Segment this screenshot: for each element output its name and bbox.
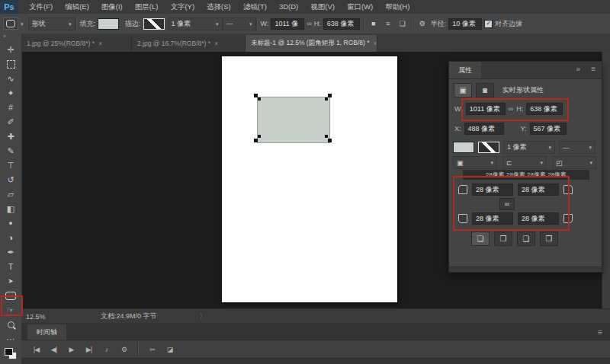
exclude-shape-button[interactable]: ❒ [540, 231, 558, 246]
y-field[interactable]: 567 像素 [530, 123, 567, 135]
artboard-page[interactable] [222, 56, 397, 302]
path-alignment-button[interactable]: ≡ [382, 18, 394, 29]
menu-item-edit[interactable]: 编辑(E) [59, 0, 95, 14]
toolbar-collapse-icon[interactable]: » [0, 34, 6, 43]
menu-item-3d[interactable]: 3D(D) [273, 0, 304, 14]
menu-item-window[interactable]: 窗口(W) [341, 0, 379, 14]
history-brush-tool[interactable]: ↺ [0, 173, 21, 187]
status-arrow-icon[interactable]: 〉 [200, 311, 207, 321]
path-arrangement-button[interactable]: ❏ [396, 18, 409, 29]
transition-button[interactable]: ◪ [161, 343, 178, 356]
path-selection-tool[interactable]: ➤ [0, 274, 21, 289]
shape-handle-bl[interactable] [254, 139, 258, 142]
lasso-tool[interactable]: ∿ [0, 72, 21, 86]
intersect-shape-button[interactable]: ❑ [517, 231, 535, 246]
panel-menu-icon[interactable]: ≡ [591, 65, 596, 73]
more-tools[interactable]: ⋯ [0, 332, 21, 346]
timeline-settings-icon[interactable]: ⚙ [115, 343, 133, 356]
panel-stroke-width-dropdown[interactable]: 1 像素 ▾ [503, 141, 555, 154]
stroke-swatch[interactable] [143, 18, 165, 30]
first-frame-button[interactable]: |◀ [27, 343, 45, 356]
menu-item-select[interactable]: 选择(S) [201, 0, 237, 14]
link-dimensions-icon[interactable]: ∞ [509, 105, 513, 113]
timeline-menu-icon[interactable]: ≡ [598, 324, 602, 340]
shape-handle-br[interactable] [328, 139, 332, 142]
fill-swatch[interactable] [98, 18, 119, 30]
subtract-shape-button[interactable]: ❐ [494, 231, 512, 246]
pen-tool[interactable]: ✒ [0, 245, 21, 260]
menu-item-view[interactable]: 视图(V) [304, 0, 341, 14]
brush-tool[interactable]: ✎ [0, 144, 21, 158]
stroke-style-dropdown[interactable]: — ▾ [223, 18, 256, 30]
dodge-tool[interactable]: ◑ [0, 231, 21, 245]
radius-field[interactable]: 10 像素 [448, 18, 482, 30]
timeline-tab[interactable]: 时间轴 [27, 324, 66, 340]
stroke-align-dropdown[interactable]: ▣ ▾ [453, 156, 497, 169]
move-tool[interactable]: ✛ [0, 43, 21, 57]
shape-mode-dropdown[interactable]: 形状 ▾ [28, 18, 75, 30]
previous-frame-button[interactable]: ◀| [45, 343, 63, 356]
stroke-caps-dropdown[interactable]: ⊏ ▾ [502, 156, 547, 169]
document-tab-2[interactable]: 2.jpg @ 16.7%(RGB/8*) * × [132, 35, 246, 52]
play-button[interactable]: ▶ [63, 343, 80, 356]
crop-tool[interactable]: # [0, 101, 21, 115]
panel-fill-swatch[interactable] [453, 142, 474, 153]
width-field[interactable]: 1011 像 [271, 18, 304, 30]
radius-bottom-left-field[interactable]: 28 像素 [472, 212, 513, 225]
menu-item-type[interactable]: 文字(Y) [164, 0, 201, 14]
rounded-rectangle-tool[interactable] [0, 289, 21, 303]
corner-bottom-right-icon[interactable] [563, 214, 573, 223]
h-field[interactable]: 638 像素 [526, 103, 563, 115]
stroke-corners-dropdown[interactable]: ◰ ▾ [552, 156, 596, 169]
close-icon[interactable]: × [214, 40, 218, 47]
zoom-level[interactable]: 12.5% [26, 313, 70, 321]
panel-stroke-style-dropdown[interactable]: — ▾ [559, 141, 596, 154]
shape-handle-bl2[interactable] [258, 135, 261, 138]
shape-handle-tr[interactable] [328, 94, 332, 97]
menu-item-filter[interactable]: 滤镜(T) [237, 0, 273, 14]
menu-item-help[interactable]: 帮助(H) [379, 0, 416, 14]
corner-top-right-icon[interactable] [563, 185, 573, 194]
blur-tool[interactable]: ● [0, 216, 21, 231]
close-icon[interactable]: × [98, 40, 102, 47]
clone-stamp-tool[interactable]: ⊤ [0, 158, 21, 173]
radius-top-right-field[interactable]: 28 像素 [518, 184, 559, 196]
document-tab-1[interactable]: 1.jpg @ 25%(RGB/8*) * × [21, 35, 132, 52]
shape-properties-button[interactable]: ▣ [454, 83, 472, 97]
gradient-tool[interactable]: ◧ [0, 202, 21, 216]
audio-toggle-button[interactable]: ♪ [98, 343, 115, 356]
corner-bottom-left-icon[interactable] [458, 214, 467, 223]
eyedropper-tool[interactable]: ✐ [0, 115, 21, 129]
rounded-rectangle-shape[interactable] [257, 97, 330, 143]
stroke-width-dropdown[interactable]: 1 像素 ▾ [168, 18, 223, 30]
properties-tab[interactable]: 属性 [449, 62, 481, 78]
combine-shapes-button[interactable]: ❏ [471, 231, 490, 246]
corner-top-left-icon[interactable] [458, 185, 467, 194]
menu-item-image[interactable]: 图像(I) [95, 0, 129, 14]
panel-collapse-icon[interactable]: » [576, 65, 580, 73]
shape-handle-br2[interactable] [325, 135, 328, 138]
radius-top-left-field[interactable]: 28 像素 [472, 184, 513, 196]
color-swatches[interactable] [5, 348, 17, 359]
healing-brush-tool[interactable]: ✚ [0, 129, 21, 144]
menu-item-file[interactable]: 文件(F) [23, 0, 59, 14]
next-frame-button[interactable]: ▶| [80, 343, 98, 356]
zoom-tool[interactable] [0, 318, 21, 332]
hand-tool[interactable]: ☞ [0, 303, 21, 318]
panel-stroke-swatch[interactable] [478, 142, 499, 153]
height-field[interactable]: 638 像素 [323, 18, 360, 30]
menu-item-layer[interactable]: 图层(L) [129, 0, 165, 14]
path-operations-button[interactable]: ■ [368, 18, 380, 29]
tool-preset-button[interactable] [3, 18, 18, 30]
link-dimensions-icon[interactable]: ∞ [307, 20, 311, 27]
gear-icon[interactable]: ⚙ [416, 18, 429, 29]
marquee-tool[interactable] [0, 57, 21, 72]
document-tab-3-active[interactable]: 未标题-1 @ 12.5% (圆角矩形 1, RGB/8) * × [246, 35, 377, 52]
type-tool[interactable]: T [0, 260, 21, 274]
close-icon[interactable]: × [374, 40, 377, 47]
mask-properties-button[interactable]: ◙ [476, 83, 494, 97]
panel-resize-handle[interactable] [449, 267, 602, 272]
foreground-color[interactable] [5, 348, 13, 356]
link-radii-button[interactable]: ∞ [499, 198, 515, 210]
quick-selection-tool[interactable]: ✦ [0, 86, 21, 101]
